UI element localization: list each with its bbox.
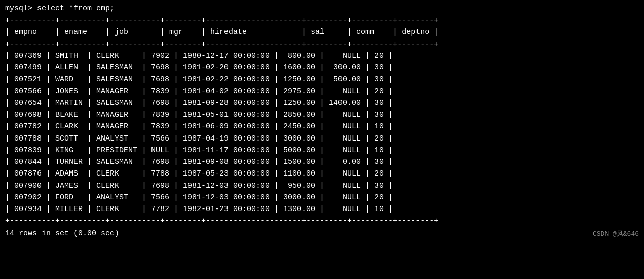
separator-bottom: +----------+----------+-----------+-----…: [5, 215, 639, 227]
table-row: | 007876 | ADAMS | CLERK | 7788 | 1987-0…: [5, 168, 639, 180]
table-row: | 007839 | KING | PRESIDENT | NULL | 198…: [5, 145, 639, 156]
table-row: | 007698 | BLAKE | MANAGER | 7839 | 1981…: [5, 109, 639, 121]
table-row: | 007566 | JONES | MANAGER | 7839 | 1981…: [5, 86, 639, 97]
table-row: | 007499 | ALLEN | SALESMAN | 7698 | 198…: [5, 62, 639, 74]
table-row: | 007654 | MARTIN | SALESMAN | 7698 | 19…: [5, 97, 639, 109]
table-row: | 007900 | JAMES | CLERK | 7698 | 1981-1…: [5, 180, 639, 192]
table-row: | 007521 | WARD | SALESMAN | 7698 | 1981…: [5, 74, 639, 85]
header-row: | empno | ename | job | mgr | hiredate |…: [5, 26, 639, 38]
watermark: CSDN @风&646: [593, 229, 639, 238]
table-row: | 007844 | TURNER | SALESMAN | 7698 | 19…: [5, 156, 639, 168]
table-container: +----------+----------+-----------+-----…: [5, 15, 639, 227]
table-row: | 007782 | CLARK | MANAGER | 7839 | 1981…: [5, 121, 639, 132]
separator-top: +----------+----------+-----------+-----…: [5, 15, 639, 26]
table-row: | 007369 | SMITH | CLERK | 7902 | 1980-1…: [5, 50, 639, 62]
footer: 14 rows in set (0.00 sec) CSDN @风&646: [5, 229, 639, 238]
table-row: | 007788 | SCOTT | ANALYST | 7566 | 1987…: [5, 133, 639, 145]
command-line: mysql> select *from emp;: [5, 4, 639, 13]
row-count: 14 rows in set (0.00 sec): [5, 229, 119, 238]
table-row: | 007934 | MILLER | CLERK | 7782 | 1982-…: [5, 203, 639, 215]
table-row: | 007902 | FORD | ANALYST | 7566 | 1981-…: [5, 192, 639, 203]
separator-header: +----------+----------+-----------+-----…: [5, 39, 639, 50]
